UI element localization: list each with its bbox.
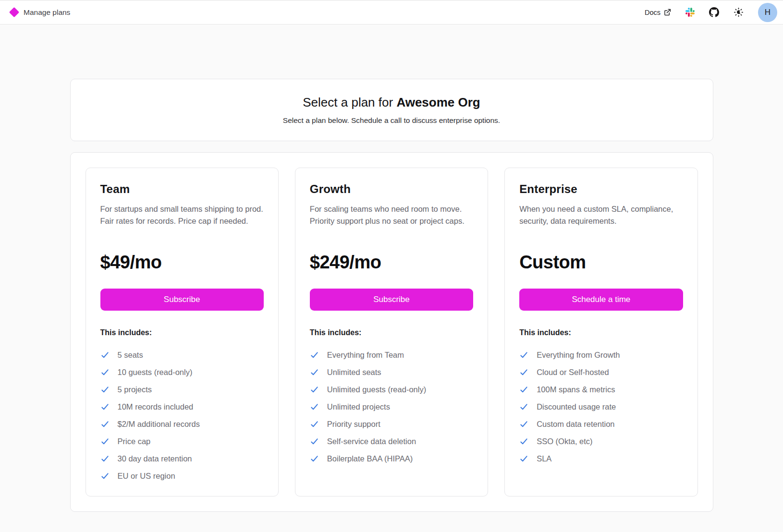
intro-title-prefix: Select a plan for	[303, 95, 396, 109]
intro-title: Select a plan for Awesome Org	[303, 95, 480, 110]
feature-item: 10M records included	[100, 401, 264, 412]
plan-price: $49/mo	[100, 252, 264, 273]
external-link-icon	[664, 9, 671, 16]
org-name: Awesome Org	[396, 95, 480, 109]
check-icon	[519, 402, 528, 411]
docs-link-label: Docs	[645, 9, 661, 16]
feature-item: Everything from Team	[310, 349, 473, 361]
subscribe-button[interactable]: Subscribe	[100, 289, 264, 311]
check-icon	[310, 368, 319, 377]
plans-grid: Team For startups and small teams shippi…	[86, 168, 698, 496]
feature-item: EU or US region	[100, 470, 264, 482]
check-icon	[100, 437, 110, 446]
feature-label: Custom data retention	[537, 418, 614, 430]
check-icon	[100, 351, 110, 360]
check-icon	[519, 385, 528, 394]
theme-toggle-icon[interactable]	[734, 7, 744, 17]
feature-label: Priority support	[327, 418, 380, 430]
main-content: Select a plan for Awesome Org Select a p…	[70, 79, 713, 512]
feature-label: EU or US region	[118, 470, 175, 482]
includes-label: This includes:	[100, 328, 264, 337]
feature-label: Self-service data deletion	[327, 435, 416, 447]
feature-label: Unlimited guests (read-only)	[327, 384, 426, 395]
plans-card: Team For startups and small teams shippi…	[70, 152, 713, 512]
feature-label: Everything from Growth	[537, 349, 620, 361]
feature-item: Discounted usage rate	[519, 401, 683, 412]
feature-item: Price cap	[100, 435, 264, 447]
plan-price: $249/mo	[310, 252, 473, 273]
features-list: 5 seats 10 guests (read-only) 5 projects…	[100, 349, 264, 482]
feature-label: 5 projects	[118, 384, 152, 395]
feature-item: Cloud or Self-hosted	[519, 366, 683, 378]
feature-label: Boilerplate BAA (HIPAA)	[327, 453, 413, 464]
intro-card: Select a plan for Awesome Org Select a p…	[70, 79, 713, 141]
user-avatar[interactable]: H	[758, 3, 777, 22]
feature-label: Unlimited projects	[327, 401, 390, 412]
plan-name: Growth	[310, 182, 473, 196]
check-icon	[310, 351, 319, 360]
feature-label: Cloud or Self-hosted	[537, 366, 609, 378]
check-icon	[310, 437, 319, 446]
check-icon	[100, 368, 110, 377]
feature-label: 5 seats	[118, 349, 143, 361]
feature-label: 10M records included	[118, 401, 194, 412]
feature-label: $2/M additional records	[118, 418, 200, 430]
feature-item: Unlimited guests (read-only)	[310, 384, 473, 395]
feature-item: Self-service data deletion	[310, 435, 473, 447]
plan-description: When you need a custom SLA, compliance, …	[519, 203, 683, 239]
plan-name: Team	[100, 182, 264, 196]
app-logo-area: Manage plans	[11, 8, 70, 17]
feature-item: 100M spans & metrics	[519, 384, 683, 395]
feature-item: Custom data retention	[519, 418, 683, 430]
plan-description: For scaling teams who need room to move.…	[310, 203, 473, 239]
feature-label: Discounted usage rate	[537, 401, 616, 412]
feature-label: 10 guests (read-only)	[118, 366, 193, 378]
check-icon	[519, 454, 528, 463]
includes-label: This includes:	[310, 328, 473, 337]
check-icon	[310, 420, 319, 429]
check-icon	[519, 368, 528, 377]
plan-description: For startups and small teams shipping to…	[100, 203, 264, 239]
github-icon[interactable]	[709, 7, 719, 17]
feature-item: 30 day data retention	[100, 453, 264, 464]
plan-name: Enterprise	[519, 182, 683, 196]
check-icon	[100, 402, 110, 411]
feature-item: Everything from Growth	[519, 349, 683, 361]
feature-label: SLA	[537, 453, 551, 464]
check-icon	[310, 385, 319, 394]
check-icon	[310, 454, 319, 463]
feature-item: SLA	[519, 453, 683, 464]
top-bar: Manage plans Docs	[0, 0, 783, 24]
check-icon	[519, 420, 528, 429]
subscribe-button[interactable]: Subscribe	[310, 289, 473, 311]
feature-item: $2/M additional records	[100, 418, 264, 430]
slack-icon[interactable]	[685, 8, 695, 17]
feature-label: SSO (Okta, etc)	[537, 435, 592, 447]
check-icon	[519, 437, 528, 446]
top-bar-actions: Docs	[645, 3, 777, 22]
intro-subtitle: Select a plan below. Schedule a call to …	[283, 116, 500, 125]
feature-item: Priority support	[310, 418, 473, 430]
feature-item: Unlimited projects	[310, 401, 473, 412]
plan-price: Custom	[519, 252, 683, 273]
feature-item: Boilerplate BAA (HIPAA)	[310, 453, 473, 464]
feature-label: Unlimited seats	[327, 366, 381, 378]
feature-label: Price cap	[118, 435, 151, 447]
docs-link[interactable]: Docs	[645, 9, 671, 16]
includes-label: This includes:	[519, 328, 683, 337]
feature-item: Unlimited seats	[310, 366, 473, 378]
check-icon	[100, 454, 110, 463]
check-icon	[100, 420, 110, 429]
diamond-logo-icon	[9, 7, 19, 17]
feature-label: Everything from Team	[327, 349, 404, 361]
check-icon	[100, 385, 110, 394]
plan-card-enterprise: Enterprise When you need a custom SLA, c…	[504, 168, 697, 496]
feature-item: 5 projects	[100, 384, 264, 395]
check-icon	[310, 402, 319, 411]
plan-card-team: Team For startups and small teams shippi…	[86, 168, 279, 496]
schedule-button[interactable]: Schedule a time	[519, 289, 683, 311]
plan-card-growth: Growth For scaling teams who need room t…	[295, 168, 488, 496]
feature-label: 30 day data retention	[118, 453, 192, 464]
feature-item: 5 seats	[100, 349, 264, 361]
features-list: Everything from Growth Cloud or Self-hos…	[519, 349, 683, 464]
